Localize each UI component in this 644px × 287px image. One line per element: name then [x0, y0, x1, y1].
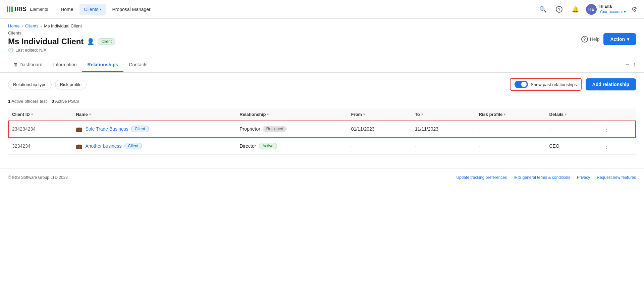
user-greeting: Hi Ella	[599, 4, 626, 9]
nav-right: 🔍 ? 🔔 HE Hi Ella Your account ▾ ⚙	[538, 4, 637, 15]
settings-icon[interactable]: ⚙	[631, 5, 637, 13]
search-icon[interactable]: 🔍	[538, 4, 548, 15]
name-link[interactable]: Another business	[85, 143, 121, 149]
col-to[interactable]: To ▾	[411, 109, 475, 121]
action-button[interactable]: Action ▾	[603, 33, 636, 45]
footer-link-privacy[interactable]: Privacy	[577, 175, 590, 180]
expand-horizontal-icon[interactable]: ↔	[624, 61, 630, 68]
row-badge: Client	[124, 143, 142, 149]
name-link[interactable]: Sole Trade Business	[85, 126, 128, 132]
page-header-left: Clients Ms Individual Client 👤 Client 🕐 …	[8, 30, 115, 53]
cell-client-id: 3234234	[8, 138, 72, 155]
more-options-button[interactable]: ⋮	[601, 141, 612, 151]
cell-name: 💼 Sole Trade Business Client	[72, 121, 235, 138]
footer: © IRIS Software Group LTD 2023 Update tr…	[0, 168, 644, 187]
briefcase-icon: 💼	[76, 126, 83, 132]
help-circle-icon[interactable]: ?	[554, 4, 565, 15]
footer-link-features[interactable]: Request new features	[597, 175, 636, 180]
page-header: Clients Ms Individual Client 👤 Client 🕐 …	[0, 28, 644, 53]
active-officers-label: Active officers test	[11, 99, 47, 104]
show-past-label: Show past relationships	[531, 82, 577, 87]
nav-home[interactable]: Home	[56, 4, 78, 15]
help-circle-icon: ?	[581, 36, 588, 43]
col-actions-empty	[597, 109, 636, 121]
table-area: Client ID ▾ Name ▾ Relationship ▾ From ▾…	[0, 109, 644, 155]
filter-bar: Relationship type Risk profile Show past…	[0, 73, 644, 96]
active-pscs-count: 0	[52, 99, 54, 104]
col-relationship[interactable]: Relationship ▾	[235, 109, 347, 121]
tab-relationships[interactable]: Relationships	[82, 58, 124, 72]
cell-relationship: Director Active	[235, 138, 347, 155]
status-badge-active: Active	[259, 143, 277, 149]
relationships-table: Client ID ▾ Name ▾ Relationship ▾ From ▾…	[8, 109, 636, 155]
tab-dashboard[interactable]: ⊞ Dashboard	[8, 58, 48, 72]
table-header: Client ID ▾ Name ▾ Relationship ▾ From ▾…	[8, 109, 636, 121]
page-title-row: Ms Individual Client 👤 Client	[8, 37, 115, 46]
col-from[interactable]: From ▾	[347, 109, 411, 121]
cell-to: -	[411, 138, 475, 155]
cell-risk-profile: -	[475, 138, 545, 155]
risk-profile-filter[interactable]: Risk profile	[55, 80, 87, 89]
action-chevron-icon: ▾	[627, 37, 629, 42]
clock-icon: 🕐	[8, 48, 13, 53]
more-options-button[interactable]: ⋮	[601, 124, 612, 134]
cell-details: -	[545, 121, 597, 138]
footer-link-terms[interactable]: IRIS general terms & conditions	[514, 175, 570, 180]
row-badge: Client	[131, 126, 149, 132]
last-edited: 🕐 Last edited: N/A	[8, 48, 115, 53]
brand-subtitle: Elements	[30, 7, 48, 12]
table-row: 234234234 💼 Sole Trade Business Client P…	[8, 121, 636, 138]
active-officers-count: 1	[8, 99, 10, 104]
client-badge: Client	[98, 38, 115, 45]
col-name[interactable]: Name ▾	[72, 109, 235, 121]
tab-information[interactable]: Information	[48, 58, 82, 72]
stats-bar: 1 Active officers test 0 Active PSCs	[0, 96, 644, 109]
tabs: ⊞ Dashboard Information Relationships Co…	[8, 58, 153, 72]
expand-vertical-icon[interactable]: ↕	[633, 61, 636, 68]
cell-risk-profile: -	[475, 121, 545, 138]
breadcrumb-home[interactable]: Home	[8, 23, 20, 28]
tabs-expand-controls: ↔ ↕	[624, 61, 636, 69]
section-label: Clients	[8, 30, 115, 35]
tab-contacts[interactable]: Contacts	[123, 58, 153, 72]
breadcrumb-sep1: ›	[22, 23, 23, 28]
col-risk-profile[interactable]: Risk profile ▾	[475, 109, 545, 121]
nav-proposal-manager[interactable]: Proposal Manager	[107, 4, 155, 15]
logo-bar-blue	[9, 6, 10, 12]
filter-left: Relationship type Risk profile	[8, 80, 87, 89]
cell-to: 11/11/2023	[411, 121, 475, 138]
logo-bars	[7, 6, 13, 12]
cell-relationship: Proprietor Resigned	[235, 121, 347, 138]
clients-chevron-icon: ▾	[100, 7, 101, 11]
table-body: 234234234 💼 Sole Trade Business Client P…	[8, 121, 636, 155]
tabs-bar: ⊞ Dashboard Information Relationships Co…	[0, 58, 644, 73]
breadcrumb-clients[interactable]: Clients	[25, 23, 39, 28]
cell-more: ⋮	[597, 138, 636, 155]
status-badge-resigned: Resigned	[263, 126, 287, 132]
user-section[interactable]: HE Hi Ella Your account ▾	[586, 4, 626, 15]
col-client-id[interactable]: Client ID ▾	[8, 109, 72, 121]
cell-name: 💼 Another business Client	[72, 138, 235, 155]
show-past-toggle-container: Show past relationships	[510, 78, 581, 91]
user-account-link[interactable]: Your account ▾	[599, 9, 626, 15]
breadcrumb-sep2: ›	[41, 23, 42, 28]
filter-right: Show past relationships Add relationship	[510, 78, 636, 91]
show-past-toggle[interactable]	[515, 81, 528, 88]
logo: IRIS Elements	[7, 6, 48, 13]
page-title: Ms Individual Client	[8, 37, 84, 46]
cell-more: ⋮	[597, 121, 636, 138]
help-button[interactable]: ? Help	[581, 36, 600, 43]
nav-links: Home Clients ▾ Proposal Manager	[56, 4, 155, 15]
footer-link-tracking[interactable]: Update tracking preferences	[456, 175, 507, 180]
relationship-type-filter[interactable]: Relationship type	[8, 80, 52, 89]
person-icon: 👤	[87, 38, 94, 45]
nav-clients[interactable]: Clients ▾	[79, 4, 106, 15]
cell-details: CEO	[545, 138, 597, 155]
add-relationship-button[interactable]: Add relationship	[586, 78, 636, 90]
dashboard-icon: ⊞	[13, 62, 17, 67]
cell-from: -	[347, 138, 411, 155]
notifications-icon[interactable]: 🔔	[570, 4, 581, 15]
col-details[interactable]: Details ▾	[545, 109, 597, 121]
breadcrumb-current: Ms Individual Client	[44, 23, 82, 28]
briefcase-icon: 💼	[76, 143, 83, 149]
